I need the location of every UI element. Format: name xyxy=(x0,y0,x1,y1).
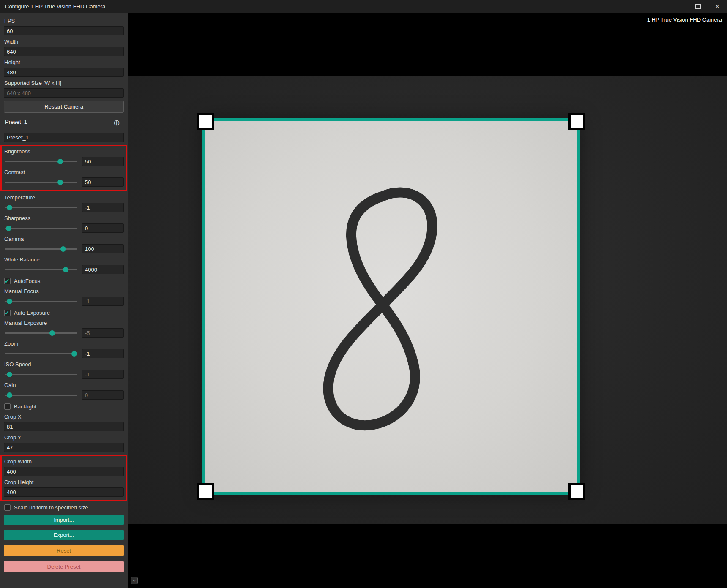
crop-y-label: Crop Y xyxy=(4,434,124,441)
temperature-control: Temperature xyxy=(4,194,124,212)
settings-sidebar: FPS Width Height Supported Size [W x H] … xyxy=(0,13,128,588)
maximize-button[interactable] xyxy=(688,0,708,13)
tab-preset-1[interactable]: Preset_1 xyxy=(4,117,28,128)
autofocus-label: AutoFocus xyxy=(14,278,40,284)
slider-handle[interactable] xyxy=(7,299,12,304)
slider-handle[interactable] xyxy=(60,246,66,252)
zoom-label: Zoom xyxy=(4,340,124,347)
crop-handle-top-right[interactable] xyxy=(568,113,585,130)
window-controls: — ✕ xyxy=(669,0,727,13)
manual-focus-slider[interactable] xyxy=(4,298,78,305)
auto-exposure-label: Auto Exposure xyxy=(14,310,50,316)
preset-tab-row: Preset_1 ⊕ xyxy=(4,117,123,128)
gamma-value-input[interactable] xyxy=(82,244,124,253)
crop-handle-bottom-left[interactable] xyxy=(197,483,214,500)
crop-handle-bottom-right[interactable] xyxy=(568,483,585,500)
slider-handle[interactable] xyxy=(57,159,63,164)
export-button[interactable]: Export... xyxy=(4,530,124,540)
slider-track xyxy=(5,182,77,183)
crop-x-label: Crop X xyxy=(4,414,124,420)
crop-y-field: Crop Y xyxy=(4,434,124,452)
titlebar: Configure 1 HP True Vision FHD Camera — … xyxy=(0,0,727,13)
slider-track xyxy=(5,374,77,375)
white-balance-label: White Balance xyxy=(4,256,124,263)
slider-handle[interactable] xyxy=(63,267,68,272)
autofocus-checkbox[interactable]: ✓ xyxy=(4,278,11,284)
slider-handle[interactable] xyxy=(57,180,63,185)
crop-height-field: Crop Height xyxy=(4,479,124,497)
crop-handle-top-left[interactable] xyxy=(197,113,214,130)
slider-handle[interactable] xyxy=(49,330,55,336)
slider-handle[interactable] xyxy=(7,392,12,398)
slider-handle[interactable] xyxy=(6,226,11,231)
manual-exposure-label: Manual Exposure xyxy=(4,320,124,327)
import-button[interactable]: Import... xyxy=(4,514,124,525)
white-balance-control: White Balance xyxy=(4,256,124,274)
crop-rectangle[interactable] xyxy=(202,118,580,495)
width-label: Width xyxy=(4,38,124,45)
brightness-slider[interactable] xyxy=(4,158,78,165)
sharpness-slider[interactable] xyxy=(4,225,78,232)
zoom-value-input[interactable] xyxy=(82,349,124,358)
zoom-slider[interactable] xyxy=(4,350,78,357)
iso-speed-slider[interactable] xyxy=(4,371,78,378)
fps-field: FPS xyxy=(4,18,124,35)
slider-track xyxy=(5,353,77,354)
temperature-slider[interactable] xyxy=(4,204,78,211)
temperature-value-input[interactable] xyxy=(82,203,124,212)
resize-grip[interactable]: ⁘ xyxy=(131,577,138,584)
video-frame xyxy=(128,76,727,524)
crop-x-input[interactable] xyxy=(4,422,124,431)
width-field: Width xyxy=(4,38,124,56)
crop-width-field: Crop Width xyxy=(4,458,124,476)
reset-button[interactable]: Reset xyxy=(4,545,124,556)
sharpness-value-input[interactable] xyxy=(82,223,124,233)
brightness-value-input[interactable] xyxy=(82,157,124,166)
fps-input[interactable] xyxy=(4,26,124,35)
letterbox-top xyxy=(128,13,727,76)
gamma-slider[interactable] xyxy=(4,245,78,253)
slider-handle[interactable] xyxy=(71,351,77,357)
restart-camera-button[interactable]: Restart Camera xyxy=(4,101,124,113)
slider-handle[interactable] xyxy=(7,205,12,210)
height-field: Height xyxy=(4,59,124,77)
slider-track xyxy=(5,161,77,162)
scale-uniform-checkbox-row[interactable]: ✓ Scale uniform to specified size xyxy=(4,504,123,511)
auto-exposure-checkbox-row[interactable]: ✓ Auto Exposure xyxy=(4,310,123,316)
contrast-slider[interactable] xyxy=(4,179,78,186)
backlight-checkbox-row[interactable]: ✓ Backlight xyxy=(4,403,123,410)
white-balance-slider[interactable] xyxy=(4,266,78,273)
slider-track xyxy=(5,301,77,302)
delete-preset-button[interactable]: Delete Preset xyxy=(4,561,124,572)
height-input[interactable] xyxy=(4,68,124,77)
slider-track xyxy=(5,395,77,396)
width-input[interactable] xyxy=(4,47,124,56)
crop-height-label: Crop Height xyxy=(4,479,124,486)
add-preset-icon[interactable]: ⊕ xyxy=(113,119,123,127)
crop-width-input[interactable] xyxy=(4,467,124,476)
gain-slider[interactable] xyxy=(4,392,78,399)
annotation-brightness-contrast: Brightness Contrast xyxy=(0,145,127,191)
letterbox-bottom xyxy=(128,524,727,588)
crop-height-input[interactable] xyxy=(4,487,124,497)
manual-exposure-slider[interactable] xyxy=(4,329,78,337)
manual-focus-label: Manual Focus xyxy=(4,288,124,295)
crop-width-label: Crop Width xyxy=(4,458,124,465)
minimize-button[interactable]: — xyxy=(669,0,688,13)
preset-name-input[interactable] xyxy=(4,133,124,142)
close-button[interactable]: ✕ xyxy=(708,0,727,13)
fps-label: FPS xyxy=(4,18,124,24)
gain-value-input xyxy=(82,390,124,400)
scale-uniform-checkbox[interactable]: ✓ xyxy=(4,504,11,511)
auto-exposure-checkbox[interactable]: ✓ xyxy=(4,310,11,316)
gain-label: Gain xyxy=(4,382,124,389)
crop-y-input[interactable] xyxy=(4,443,124,452)
backlight-checkbox[interactable]: ✓ xyxy=(4,403,11,410)
contrast-value-input[interactable] xyxy=(82,177,124,187)
crop-x-field: Crop X xyxy=(4,414,124,431)
check-icon: ✓ xyxy=(5,278,10,284)
autofocus-checkbox-row[interactable]: ✓ AutoFocus xyxy=(4,278,123,284)
white-balance-value-input[interactable] xyxy=(82,265,124,274)
manual-focus-value-input xyxy=(82,297,124,306)
slider-handle[interactable] xyxy=(7,372,12,377)
